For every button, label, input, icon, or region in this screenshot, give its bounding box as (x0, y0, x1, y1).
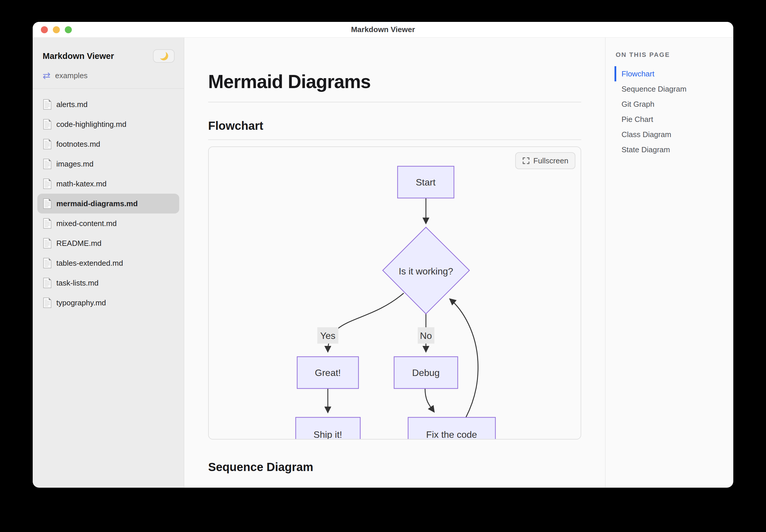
folder-switcher[interactable]: ⇄ examples (43, 71, 174, 80)
file-name: README.md (56, 239, 101, 248)
flow-node-fix: Fix the code (408, 417, 495, 440)
file-name: task-lists.md (56, 279, 98, 288)
svg-text:Is it working?: Is it working? (399, 266, 453, 277)
close-button[interactable] (41, 26, 48, 33)
heading-divider (208, 139, 581, 140)
svg-text:Debug: Debug (412, 367, 440, 378)
flow-node-decision: Is it working? (383, 227, 469, 314)
file-item[interactable]: footnotes.md (37, 134, 179, 154)
file-list: alerts.md code-highlighting.md footnotes… (33, 89, 184, 319)
file-name: tables-extended.md (56, 259, 123, 268)
document-icon (43, 178, 52, 189)
edge-decision-great (328, 293, 404, 352)
main-content: Mermaid Diagrams Flowchart Fullscreen (184, 38, 605, 487)
moon-icon (159, 51, 169, 61)
file-item[interactable]: task-lists.md (37, 273, 179, 293)
document-icon (43, 277, 52, 288)
file-item[interactable]: tables-extended.md (37, 253, 179, 273)
document-icon (43, 218, 52, 229)
document-icon (43, 297, 52, 308)
document-icon (43, 139, 52, 150)
flow-node-debug: Debug (394, 357, 458, 389)
window-title: Markdown Viewer (351, 25, 415, 34)
toc-item-flowchart[interactable]: Flowchart (615, 66, 727, 81)
file-item[interactable]: mixed-content.md (37, 213, 179, 233)
file-item[interactable]: alerts.md (37, 95, 179, 114)
folder-switcher-label: examples (55, 71, 87, 80)
svg-text:Yes: Yes (320, 330, 335, 341)
file-name: images.md (56, 160, 93, 169)
flow-node-start: Start (398, 166, 454, 198)
app-title: Markdown Viewer (43, 51, 114, 61)
toc-item-pie-chart[interactable]: Pie Chart (615, 112, 727, 127)
titlebar: Markdown Viewer (33, 22, 733, 38)
flow-node-ship: Ship it! (296, 417, 360, 440)
document-icon (43, 258, 52, 269)
document-icon (43, 119, 52, 130)
edge-label-no: No (418, 327, 434, 344)
fullscreen-button-label: Fullscreen (533, 156, 568, 165)
swap-arrows-icon: ⇄ (43, 71, 50, 80)
section-title-flowchart: Flowchart (208, 119, 581, 132)
svg-text:No: No (420, 330, 432, 341)
document-icon (43, 158, 52, 169)
sidebar: Markdown Viewer ⇄ examples alerts.md (33, 38, 184, 487)
toc-item-git-graph[interactable]: Git Graph (615, 97, 727, 112)
zoom-button[interactable] (65, 26, 72, 33)
document-icon (43, 238, 52, 249)
file-name: mixed-content.md (56, 219, 117, 228)
fullscreen-icon (522, 157, 530, 165)
document-icon (43, 99, 52, 110)
app-window: Markdown Viewer Markdown Viewer ⇄ exampl… (33, 22, 733, 488)
svg-text:Start: Start (416, 177, 436, 188)
mermaid-diagram-card: Fullscreen (208, 146, 581, 440)
file-name: typography.md (56, 298, 106, 307)
toc-heading: ON THIS PAGE (616, 51, 727, 59)
section-title-sequence: Sequence Diagram (208, 461, 581, 474)
traffic-lights (41, 26, 72, 33)
toc-list: Flowchart Sequence Diagram Git Graph Pie… (615, 66, 727, 157)
page-title: Mermaid Diagrams (208, 71, 581, 92)
edge-label-yes: Yes (317, 327, 338, 344)
theme-toggle-button[interactable] (153, 49, 174, 63)
document-icon (43, 198, 52, 209)
file-name: mermaid-diagrams.md (56, 199, 138, 208)
flow-node-great: Great! (297, 357, 358, 389)
file-item[interactable]: images.md (37, 154, 179, 174)
edge-debug-fix (425, 389, 434, 412)
toc-item-state-diagram[interactable]: State Diagram (615, 142, 727, 157)
file-item[interactable]: README.md (37, 233, 179, 253)
file-item[interactable]: code-highlighting.md (37, 114, 179, 134)
fullscreen-button[interactable]: Fullscreen (515, 152, 576, 169)
flowchart-diagram: Yes No Start Is it working? (209, 147, 581, 440)
file-name: alerts.md (56, 100, 87, 109)
heading-divider (208, 102, 581, 102)
file-item[interactable]: typography.md (37, 293, 179, 313)
svg-text:Fix the code: Fix the code (426, 429, 477, 440)
file-name: code-highlighting.md (56, 120, 126, 129)
toc-item-class-diagram[interactable]: Class Diagram (615, 127, 727, 142)
file-name: footnotes.md (56, 140, 100, 149)
file-item-selected[interactable]: mermaid-diagrams.md (37, 194, 179, 213)
minimize-button[interactable] (53, 26, 60, 33)
file-name: math-katex.md (56, 179, 106, 188)
file-item[interactable]: math-katex.md (37, 174, 179, 194)
svg-text:Great!: Great! (315, 367, 341, 378)
svg-text:Ship it!: Ship it! (314, 429, 342, 440)
toc-item-sequence-diagram[interactable]: Sequence Diagram (615, 81, 727, 97)
on-this-page-panel: ON THIS PAGE Flowchart Sequence Diagram … (605, 38, 733, 487)
